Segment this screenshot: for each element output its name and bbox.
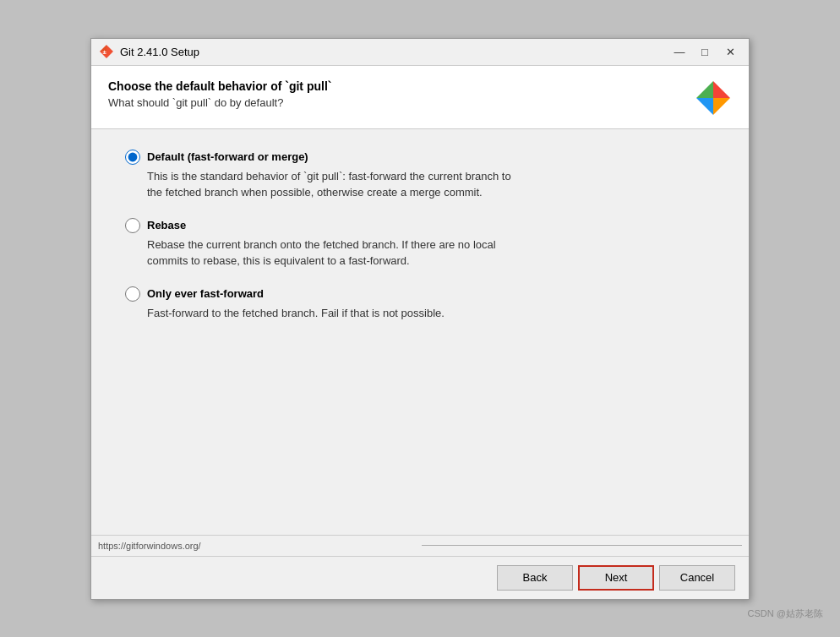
option-default-description: This is the standard behavior of `git pu… [147,168,715,201]
option-ff: Only ever fast-forward Fast-forward to t… [125,286,715,322]
option-rebase-label[interactable]: Rebase [147,219,186,231]
git-logo [695,79,732,117]
option-rebase-radio[interactable] [125,218,140,233]
back-button[interactable]: Back [497,565,573,591]
url-divider [422,545,742,546]
header-section: Choose the default behavior of `git pull… [91,66,749,129]
watermark: CSDN @姑苏老陈 [748,607,823,620]
app-icon: ± [98,43,115,60]
url-text: https://gitforwindows.org/ [98,541,418,551]
option-rebase-row: Rebase [125,218,715,233]
option-default-label[interactable]: Default (fast-forward or merge) [147,150,308,163]
content-area: Default (fast-forward or merge) This is … [91,129,749,535]
options-group: Default (fast-forward or merge) This is … [125,150,715,322]
svg-text:±: ± [103,48,107,56]
window-title: Git 2.41.0 Setup [120,46,668,58]
svg-marker-7 [713,98,730,115]
svg-marker-5 [696,81,713,98]
next-button[interactable]: Next [578,565,654,591]
svg-marker-8 [696,98,713,115]
svg-marker-6 [713,81,730,98]
page-subtitle: What should `git pull` do by default? [108,96,331,109]
option-rebase: Rebase Rebase the current branch onto th… [125,218,715,270]
option-default-radio[interactable] [125,150,140,165]
option-default: Default (fast-forward or merge) This is … [125,150,715,201]
option-ff-row: Only ever fast-forward [125,286,715,302]
header-text: Choose the default behavior of `git pull… [108,79,331,109]
minimize-button[interactable]: — [668,43,691,60]
page-title: Choose the default behavior of `git pull… [108,79,331,93]
window-controls: — □ ✕ [668,43,742,60]
close-button[interactable]: ✕ [718,43,742,60]
footer-buttons: Back Next Cancel [497,565,735,591]
title-bar: ± Git 2.41.0 Setup — □ ✕ [91,39,749,66]
footer: Back Next Cancel [91,556,749,599]
cancel-button[interactable]: Cancel [659,565,735,591]
maximize-button[interactable]: □ [693,43,717,60]
url-bar: https://gitforwindows.org/ [91,535,749,556]
option-rebase-description: Rebase the current branch onto the fetch… [147,237,715,270]
option-ff-radio[interactable] [125,286,140,302]
option-ff-label[interactable]: Only ever fast-forward [147,287,264,300]
svg-marker-1 [106,45,113,52]
option-ff-description: Fast-forward to the fetched branch. Fail… [147,305,715,322]
option-default-row: Default (fast-forward or merge) [125,150,715,165]
setup-window: ± Git 2.41.0 Setup — □ ✕ Choose the defa… [90,38,750,600]
